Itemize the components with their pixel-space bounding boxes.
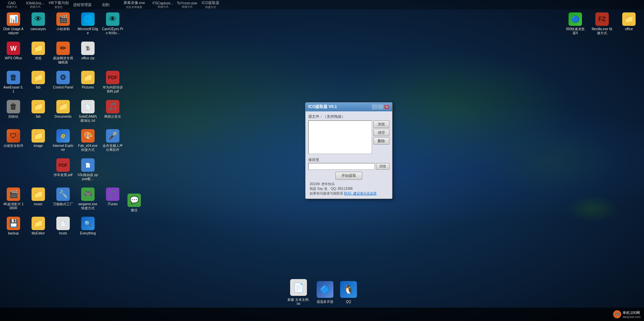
- icon-wegame[interactable]: 🎮 wegame.exe 快捷方式: [76, 186, 100, 214]
- yiyou-icon: ✏: [56, 42, 70, 55]
- everything-icon: 🔍: [81, 217, 95, 230]
- image-label: image: [34, 144, 43, 148]
- office-label: office: [625, 27, 633, 31]
- icon-aweraser[interactable]: 🗑 AweEraser 5.1: [2, 69, 25, 98]
- bug-link[interactable]: BUG, 建议请点击这里: [344, 192, 377, 195]
- icon-careueyes[interactable]: 👁 careueyes: [26, 11, 50, 39]
- icon-h3c[interactable]: 📄 h3c路由器 pppoe配...: [76, 157, 100, 185]
- icon-myeditor[interactable]: 📁 MyEditor: [26, 215, 50, 244]
- icon-backup[interactable]: 💾 backup: [2, 215, 25, 244]
- everything-label: Everything: [80, 231, 96, 235]
- icon-office-zip[interactable]: 🗜 office zip: [76, 40, 100, 68]
- icon-control-panel[interactable]: ⚙ Control Panel: [51, 69, 75, 98]
- fab2-label: fab: [36, 115, 41, 119]
- icon-yuanjing[interactable]: 🔷 逍遥多开器: [317, 281, 333, 304]
- icon-fab[interactable]: 📁 fab: [26, 69, 50, 98]
- jinshe-icon: 🎤: [106, 129, 119, 143]
- icon-fab-x64[interactable]: 🎨 Fab_x64.exe 快捷方式: [76, 127, 100, 156]
- icon-hosts[interactable]: 📄 hosts: [51, 215, 75, 244]
- fab2-icon: 📁: [32, 100, 45, 113]
- xiaojuxing-icon: 🎬: [56, 12, 70, 26]
- new-text-icon: 📄: [290, 279, 307, 296]
- icon-wps[interactable]: W WPS Office: [2, 40, 25, 68]
- topbar-toycom[interactable]: ToYcom.exe 快捷方式: [177, 1, 197, 9]
- icon-huawei-pdf[interactable]: PDF 华为内部培训资料.pdf: [101, 69, 124, 98]
- delete-button[interactable]: 删除: [373, 137, 389, 145]
- dialog-title: ICO提取器 V0.1: [308, 104, 337, 110]
- save-path-input[interactable]: [308, 163, 375, 170]
- topbar-transfer[interactable]: 划割: [96, 2, 116, 7]
- icon-security[interactable]: 🛡 火绒安全软件: [2, 127, 25, 156]
- documents-label: Documents: [55, 115, 72, 119]
- yiyou-label: 易游网淇专用编辑器: [52, 56, 74, 64]
- icon-careueyes-pro[interactable]: 👁 CareUEyes Pro 时间v...: [101, 11, 124, 39]
- icon-4k[interactable]: 🎬 4K超清影片 1080R: [2, 186, 25, 214]
- icon-ie[interactable]: e Internet Explorer: [51, 127, 75, 156]
- icon-filezilla[interactable]: FZ filezilla.exe 快捷方式: [590, 11, 614, 37]
- topbar-monitor[interactable]: 进程管理器: [72, 2, 92, 7]
- icon-wechat[interactable]: 💬 微信: [122, 192, 146, 217]
- icon-documents[interactable]: 📁 Documents: [51, 98, 75, 127]
- icon-download[interactable]: 📁 浏览: [26, 40, 50, 68]
- save-browse-button[interactable]: 浏览: [376, 163, 389, 170]
- wegame-label: wegame.exe 快捷方式: [77, 202, 99, 210]
- icon-pictures[interactable]: 📁 Pictures: [76, 69, 100, 98]
- dialog-minimize-button[interactable]: －: [372, 105, 377, 109]
- icon-yiyou[interactable]: ✏ 易游网淇专用编辑器: [51, 40, 75, 68]
- top-bar: CAD 快捷方式 IObitUins... 快捷方式 HB下载与创 新世纪 进程…: [0, 0, 644, 9]
- ico-dialog[interactable]: ICO提取器 V0.1 － □ ✕ 源文件：（支持拖放） 浏览 清: [305, 102, 392, 199]
- footer-line3-text: 如果有问题请与我联系: [310, 192, 343, 195]
- music-icon: 📁: [32, 188, 45, 201]
- topbar-iobit[interactable]: IObitUins... 快捷方式: [25, 1, 45, 9]
- topbar-hb[interactable]: HB下载与创 新世纪: [49, 0, 69, 9]
- right-top-icons: 🔵 360快速浏览器X FZ filezilla.exe 快捷方式 📁 offi…: [564, 11, 641, 37]
- careueyes-label: careueyes: [31, 27, 46, 31]
- footer-line3: 如果有问题请与我联系 BUG, 建议请点击这里: [310, 191, 388, 196]
- icon-itunes[interactable]: 🎵 iTunes: [101, 186, 124, 214]
- taskbar-right: 🎮 单机100网 danji100.com: [610, 310, 641, 319]
- browse-button[interactable]: 浏览: [373, 120, 389, 128]
- icon-fab2[interactable]: 📁 fab: [26, 98, 50, 127]
- fab-icon: 📁: [32, 71, 45, 84]
- myeditor-label: MyEditor: [32, 231, 45, 235]
- pictures-label: Pictures: [82, 86, 94, 90]
- icon-wanneng[interactable]: 🔧 万能格式工厂: [51, 186, 75, 214]
- icon-solidcam[interactable]: 📄 SolidCAM内载地址.txt: [76, 98, 100, 127]
- dialog-close-button[interactable]: ✕: [384, 105, 389, 109]
- pictures-icon: 📁: [81, 71, 95, 84]
- icon-wyy[interactable]: 🎵 网易云音乐: [101, 98, 124, 127]
- icon-jinshe[interactable]: 🎤 金舟音频人声分离软件: [101, 127, 124, 156]
- wechat-icon: 💬: [127, 194, 141, 207]
- icon-image[interactable]: 📁 image: [26, 127, 50, 156]
- icon-edge[interactable]: 🌐 Microsoft Edge: [76, 11, 100, 39]
- icon-parking[interactable]: PDF 停车发票.pdf: [51, 157, 75, 185]
- file-drop-area[interactable]: [308, 120, 372, 154]
- wegame-icon: 🎮: [81, 188, 95, 201]
- huawei-pdf-label: 华为内部培训资料.pdf: [102, 86, 123, 94]
- icon-office[interactable]: 📁 office: [617, 11, 641, 37]
- icon-everything[interactable]: 🔍 Everything: [76, 215, 100, 244]
- icon-music[interactable]: 📁 music: [26, 186, 50, 214]
- extract-button[interactable]: 开始提取: [335, 172, 362, 180]
- icon-new-text[interactable]: 📄 新建 文本文档.txt: [287, 279, 310, 306]
- dialog-footer: 2010年 虎年快乐 我是 Say 道、QQ: 89113398 如果有问题请与…: [308, 182, 389, 196]
- topbar-cad[interactable]: CAD 快捷方式: [2, 1, 22, 9]
- icon-disk-usage[interactable]: 📊 Disk Usage Analyzer: [2, 11, 25, 39]
- edge-label: Microsoft Edge: [77, 27, 99, 35]
- download-label: 浏览: [35, 56, 42, 60]
- wechat-label: 微信: [131, 208, 138, 212]
- topbar-screen[interactable]: 屏幕录像.exe 优先专用画面: [119, 0, 149, 9]
- icon-360[interactable]: 🔵 360快速浏览器X: [564, 11, 587, 37]
- edge-icon: 🌐: [81, 12, 95, 26]
- topbar-fscapture[interactable]: FSCapture... 快捷方式: [153, 1, 173, 9]
- music-label: music: [34, 202, 43, 206]
- topbar-ico[interactable]: ICO提取器 快捷方式: [201, 0, 221, 9]
- icon-xiaojuxing[interactable]: 🎬 小桔录制: [51, 11, 75, 39]
- clear-button[interactable]: 清空: [373, 129, 389, 136]
- icon-recycle[interactable]: 🗑 回收站: [2, 98, 25, 127]
- wps-label: WPS Office: [5, 56, 22, 60]
- aweraser-label: AweEraser 5.1: [3, 86, 24, 94]
- icon-qq[interactable]: 🐧 QQ: [340, 281, 357, 304]
- image-icon: 📁: [32, 129, 45, 143]
- dialog-restore-button[interactable]: □: [378, 105, 383, 109]
